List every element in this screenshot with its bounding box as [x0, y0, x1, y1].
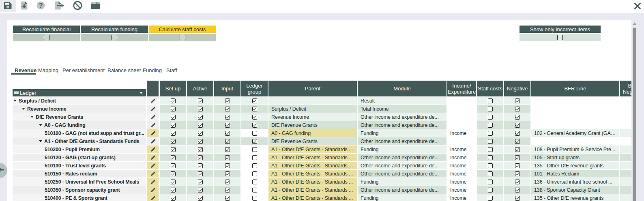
svg-text:?: ? — [39, 2, 43, 9]
